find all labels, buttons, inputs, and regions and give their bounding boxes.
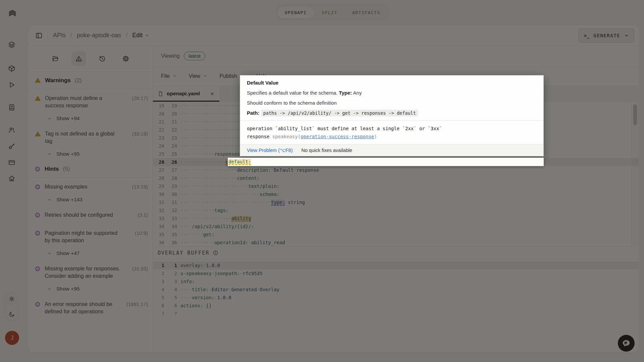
dim-overlay	[0, 0, 644, 362]
tooltip-description: Specifies a default value for the schema…	[247, 90, 537, 96]
path-chip: paths -> /api/v2/ability/ -> get -> resp…	[261, 110, 418, 116]
highlighted-line-strip[interactable]: default:	[228, 158, 544, 166]
view-problem-link[interactable]: View Problem (⌥F8)	[247, 148, 293, 153]
no-quick-fixes-label: No quick fixes available	[302, 148, 353, 153]
type-label: Type:	[339, 90, 352, 96]
error-line-2: response speakeasy(operation-success-res…	[247, 133, 537, 141]
error-line-1: operation `ability_list` must define at …	[247, 124, 537, 133]
tooltip-conform-line: Should conform to the schema definition	[247, 100, 537, 106]
tooltip-error-section: operation `ability_list` must define at …	[240, 121, 543, 145]
tooltip-doc-section: Default Value Specifies a default value …	[240, 75, 543, 121]
tooltip-title: Default Value	[247, 80, 537, 86]
default-token: default:	[228, 159, 251, 165]
tooltip-actions-section: View Problem (⌥F8) No quick fixes availa…	[240, 145, 543, 156]
hover-tooltip: Default Value Specifies a default value …	[240, 75, 544, 156]
rule-link[interactable]: operation-success-response	[301, 134, 374, 139]
path-label: Path:	[247, 110, 260, 116]
tooltip-path-line: Path: paths -> /api/v2/ability/ -> get -…	[247, 110, 537, 116]
